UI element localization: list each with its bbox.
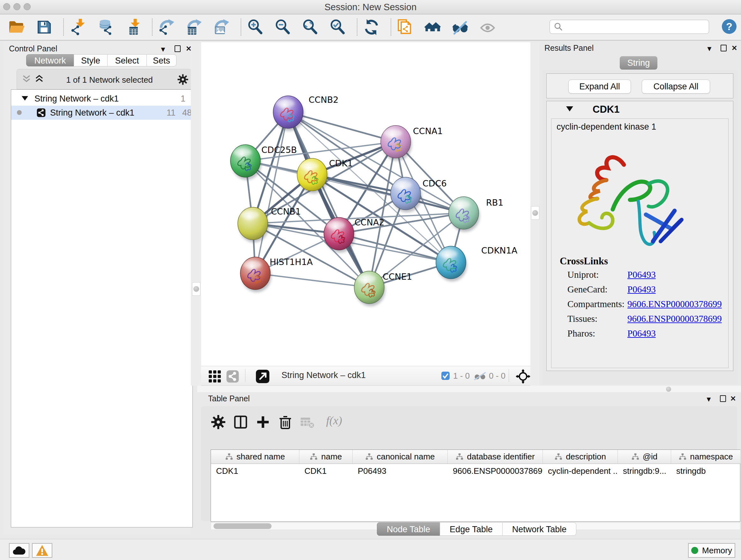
panel-float-icon[interactable]	[721, 45, 727, 51]
crosslink-link-uniprot[interactable]: P06493	[627, 269, 656, 280]
column-header-shared-name[interactable]: shared name	[211, 450, 299, 464]
left-splitter[interactable]	[191, 42, 201, 386]
left-splitter-grip[interactable]	[192, 282, 200, 296]
panel-menu-icon[interactable]: ▼	[706, 45, 713, 52]
string-home-button[interactable]	[424, 18, 442, 36]
export-network-button[interactable]	[158, 18, 176, 36]
tab-style[interactable]: Style	[74, 54, 108, 66]
collapse-all-button[interactable]: Collapse All	[642, 79, 710, 94]
table-cell[interactable]: CDK1	[299, 464, 353, 478]
network-view-mode-icon[interactable]	[226, 370, 239, 383]
save-session-button[interactable]	[35, 18, 53, 36]
tab-network[interactable]: Network	[26, 54, 74, 66]
column-header--id[interactable]: @id	[618, 450, 671, 464]
tab-select[interactable]: Select	[107, 54, 147, 66]
network-graph[interactable]: CCNB2CCNA1CDC25BCDK1CDC6RB1CCNB1CCNA2CDK…	[201, 42, 530, 366]
network-node-ccnb2[interactable]	[273, 96, 304, 131]
import-network-file-button[interactable]	[69, 18, 87, 36]
help-button[interactable]: ?	[722, 19, 737, 34]
tab-sets[interactable]: Sets	[146, 54, 177, 66]
delete-table-icon[interactable]	[299, 415, 315, 430]
apply-layout-button[interactable]	[362, 18, 381, 36]
hidden-elements-icon[interactable]	[474, 372, 486, 381]
panel-menu-icon[interactable]: ▼	[159, 46, 166, 53]
table-cell[interactable]: cyclin-dependent ...	[543, 464, 618, 478]
panel-menu-icon[interactable]: ▼	[705, 396, 712, 403]
network-edge[interactable]	[255, 112, 288, 273]
network-node-cdc6[interactable]	[391, 177, 421, 212]
gene-entry-header[interactable]: CDK1	[547, 103, 733, 117]
column-header-name[interactable]: name	[299, 450, 353, 464]
crosslink-link-pharos[interactable]: P06493	[627, 328, 656, 339]
entry-expander-icon[interactable]	[566, 106, 574, 112]
zoom-out-button[interactable]	[274, 18, 292, 36]
network-node-ccna1[interactable]	[381, 125, 412, 161]
tab-node-table[interactable]: Node Table	[377, 522, 440, 536]
network-options-gear-icon[interactable]	[177, 74, 189, 85]
network-canvas[interactable]: CCNB2CCNA1CDC25BCDK1CDC6RB1CCNB1CCNA2CDK…	[201, 42, 530, 366]
share-document-button[interactable]	[396, 18, 414, 36]
collection-expander-icon[interactable]	[21, 96, 28, 101]
panel-float-icon[interactable]	[720, 395, 726, 402]
crosslink-link-tissues[interactable]: 9606.ENSP00000378699	[627, 314, 722, 324]
table-cell[interactable]: P06493	[353, 464, 448, 478]
warning-button[interactable]	[32, 543, 52, 558]
column-header-canonical-name[interactable]: canonical name	[353, 450, 448, 464]
scrollbar-thumb[interactable]	[213, 523, 272, 529]
table-cell[interactable]: stringdb:9...	[618, 464, 671, 478]
tab-string[interactable]: String	[620, 56, 657, 70]
horizontal-splitter[interactable]	[197, 386, 741, 393]
column-header-description[interactable]: description	[543, 450, 618, 464]
network-node-cdc25b[interactable]	[230, 145, 261, 180]
expand-all-button[interactable]: Expand All	[568, 79, 631, 94]
grid-view-icon[interactable]	[208, 370, 221, 383]
hide-glasses-button[interactable]	[451, 18, 469, 36]
horizontal-splitter-grip[interactable]	[666, 387, 671, 392]
network-node-ccnb1[interactable]	[238, 207, 269, 242]
add-column-icon[interactable]	[255, 415, 271, 430]
panel-close-icon[interactable]: ✕	[731, 45, 737, 52]
network-edge[interactable]	[255, 273, 369, 287]
network-node-ccne1[interactable]	[354, 271, 385, 306]
column-header-database-identifier[interactable]: database identifier	[448, 450, 543, 464]
table-cell[interactable]: stringdb	[671, 464, 741, 478]
zoom-in-button[interactable]	[246, 18, 264, 36]
cloud-button[interactable]	[9, 543, 29, 558]
right-splitter-grip[interactable]	[531, 206, 539, 220]
collapse-all-icon[interactable]	[22, 74, 31, 84]
right-splitter[interactable]	[530, 42, 539, 386]
panel-float-icon[interactable]	[175, 45, 181, 52]
search-input[interactable]	[566, 20, 709, 33]
selected-checkbox-icon[interactable]	[441, 371, 450, 380]
open-in-new-icon[interactable]	[255, 369, 270, 384]
network-collection-row[interactable]: String Network – cdk1 1	[11, 91, 192, 106]
network-node-hist1h1a[interactable]	[240, 257, 271, 292]
tab-edge-table[interactable]: Edge Table	[440, 522, 502, 536]
tab-network-table[interactable]: Network Table	[502, 522, 577, 536]
network-node-ccna2[interactable]	[324, 217, 355, 253]
function-builder-icon[interactable]: f(x)	[326, 414, 342, 427]
crosslink-link-genecard[interactable]: P06493	[627, 284, 656, 295]
fit-selected-crosshair-icon[interactable]	[516, 369, 530, 384]
delete-column-icon[interactable]	[278, 415, 293, 430]
expand-all-icon[interactable]	[35, 74, 44, 84]
import-table-file-button[interactable]	[124, 18, 142, 36]
import-network-database-button[interactable]	[96, 18, 114, 36]
show-columns-icon[interactable]	[233, 415, 248, 430]
network-node-cdk1[interactable]	[297, 159, 328, 193]
network-row-selected[interactable]: String Network – cdk1 11 48	[11, 106, 192, 120]
export-image-button[interactable]	[212, 18, 230, 36]
table-options-gear-icon[interactable]	[211, 415, 226, 430]
table-cell[interactable]: CDK1	[211, 464, 299, 478]
export-table-button[interactable]	[185, 18, 203, 36]
open-file-button[interactable]	[8, 18, 25, 36]
show-eye-button[interactable]	[479, 18, 496, 36]
column-header-namespace[interactable]: namespace	[671, 450, 741, 464]
network-node-rb1[interactable]	[449, 197, 480, 232]
crosslink-link-compartments[interactable]: 9606.ENSP00000378699	[627, 299, 722, 309]
search-field[interactable]	[549, 20, 709, 34]
panel-close-icon[interactable]: ✕	[730, 395, 736, 402]
zoom-fit-button[interactable]	[301, 18, 319, 36]
table-cell[interactable]: 9606.ENSP00000378699	[448, 464, 543, 478]
network-node-cdkn1a[interactable]	[436, 246, 467, 281]
